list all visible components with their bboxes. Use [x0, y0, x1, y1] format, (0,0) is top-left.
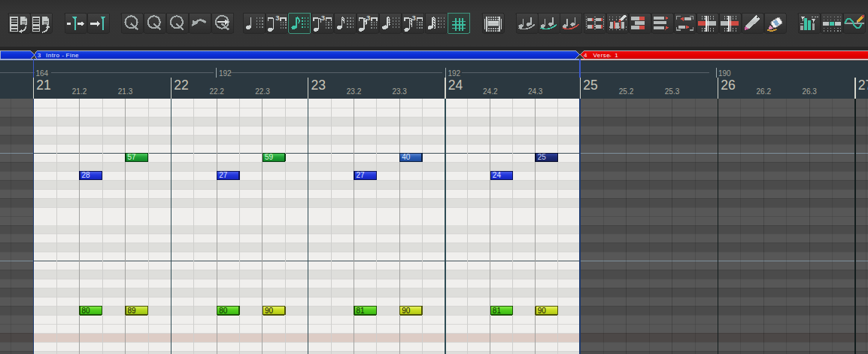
svg-text:90: 90 [402, 307, 411, 315]
svg-text:21.3: 21.3 [118, 87, 133, 96]
svg-text:90: 90 [265, 307, 274, 315]
svg-text:27: 27 [219, 171, 228, 179]
svg-text:-: - [609, 52, 612, 59]
svg-text:22.3: 22.3 [255, 87, 270, 96]
svg-text:57: 57 [128, 153, 137, 161]
svg-text:26.3: 26.3 [802, 87, 817, 96]
svg-text:21.2: 21.2 [72, 87, 87, 96]
svg-text:21: 21 [36, 78, 50, 93]
svg-text:25: 25 [538, 153, 547, 161]
svg-text:27: 27 [858, 78, 868, 93]
svg-text:22.2: 22.2 [209, 87, 224, 96]
svg-text:23: 23 [311, 78, 326, 93]
svg-text:192: 192 [448, 69, 461, 78]
svg-text:28: 28 [82, 171, 91, 179]
svg-text:-: - [62, 52, 64, 59]
svg-text:25.2: 25.2 [619, 87, 634, 96]
svg-text:26.2: 26.2 [757, 87, 772, 96]
svg-text:24: 24 [448, 78, 463, 93]
svg-text:27: 27 [356, 171, 365, 179]
svg-text:40: 40 [402, 153, 411, 161]
svg-text:23.3: 23.3 [392, 87, 407, 96]
svg-text:3: 3 [275, 14, 279, 22]
svg-text:3: 3 [366, 14, 370, 22]
svg-text:90: 90 [538, 307, 547, 315]
svg-text:24.2: 24.2 [483, 87, 498, 96]
svg-text:Intro: Intro [46, 52, 59, 59]
svg-text:23.2: 23.2 [347, 87, 362, 96]
svg-text:Fine: Fine [66, 52, 79, 59]
svg-text:1: 1 [615, 52, 618, 59]
svg-text:24: 24 [493, 171, 502, 179]
svg-text:80: 80 [82, 307, 91, 315]
svg-text:192: 192 [219, 69, 232, 78]
svg-text:22: 22 [174, 78, 188, 93]
svg-text:81: 81 [493, 307, 502, 315]
svg-text:24.3: 24.3 [528, 87, 543, 96]
svg-text:89: 89 [128, 307, 137, 315]
svg-text:190: 190 [718, 69, 731, 78]
svg-text:3: 3 [321, 14, 325, 22]
svg-text:3: 3 [412, 14, 416, 22]
svg-text:Verse: Verse [593, 52, 610, 59]
svg-text:81: 81 [356, 307, 365, 315]
svg-text:59: 59 [265, 153, 274, 161]
svg-text:80: 80 [219, 307, 228, 315]
svg-text:25: 25 [583, 78, 597, 93]
svg-text:4: 4 [584, 52, 587, 59]
svg-text:26: 26 [721, 78, 735, 93]
svg-text:164: 164 [36, 69, 49, 78]
svg-text:3: 3 [38, 52, 41, 59]
svg-text:25.3: 25.3 [665, 87, 680, 96]
